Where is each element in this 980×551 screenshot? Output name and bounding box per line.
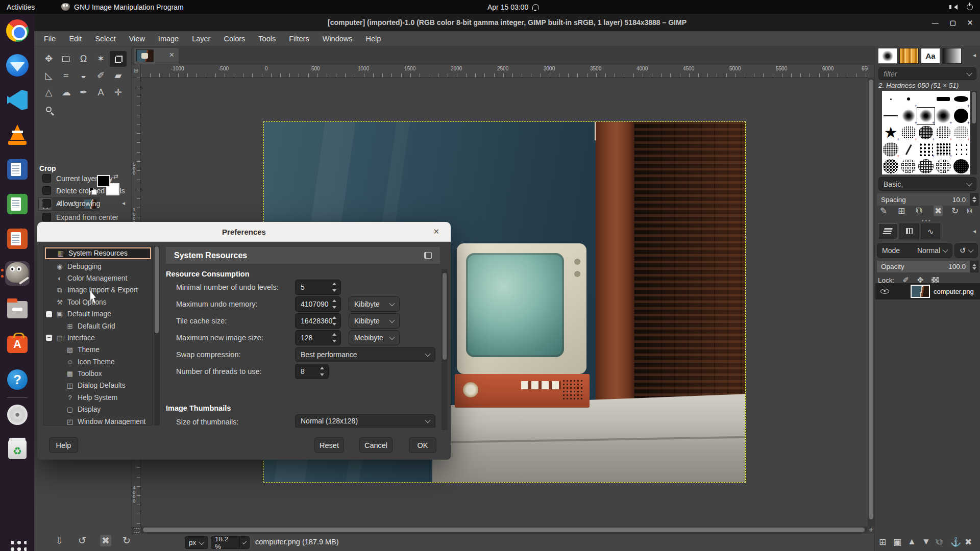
image-tab[interactable]: ✕ xyxy=(134,48,179,64)
rectangle-select-tool[interactable] xyxy=(58,51,75,67)
horizontal-ruler[interactable]: -1000 -500 0 500 1000 1500 2000 2500 300… xyxy=(141,64,868,78)
anchor-layer-icon[interactable]: ⚓ xyxy=(950,537,961,547)
brush-group-select[interactable]: Basic, xyxy=(878,177,976,191)
unit-select[interactable]: px xyxy=(185,536,208,549)
clock[interactable]: Apr 15 03:00 xyxy=(487,0,539,14)
brush-selected[interactable]: + xyxy=(917,108,935,124)
menu-filters[interactable]: Filters xyxy=(282,31,315,46)
delete-tool-preset-icon[interactable]: ✖ xyxy=(100,535,111,546)
fuzzy-select-tool[interactable]: ✶ xyxy=(92,51,109,67)
menu-tools[interactable]: Tools xyxy=(252,31,282,46)
pref-item-help-system[interactable]: ?Help System xyxy=(44,392,152,404)
menu-view[interactable]: View xyxy=(122,31,152,46)
delete-layer-icon[interactable]: ✖ xyxy=(965,537,972,547)
checkbox-allow-growing[interactable]: Allow growing xyxy=(42,199,100,208)
new-brush-icon[interactable]: ⊞ xyxy=(898,206,905,216)
menu-layer[interactable]: Layer xyxy=(185,31,217,46)
expander-icon[interactable]: − xyxy=(46,311,52,317)
save-tool-preset-icon[interactable]: ⇩ xyxy=(55,535,63,546)
menu-file[interactable]: File xyxy=(37,31,62,46)
spacing-slider[interactable]: Spacing 10.0 xyxy=(877,193,970,206)
panel-collapse-icon[interactable]: ◂ xyxy=(122,199,125,207)
foreground-color-swatch[interactable] xyxy=(97,175,110,187)
crop-tool-selected[interactable] xyxy=(110,51,127,67)
tab-brushes[interactable] xyxy=(878,48,897,64)
dock-disc[interactable] xyxy=(5,403,30,427)
preferences-sidebar-scrollbar[interactable] xyxy=(154,246,160,425)
close-button[interactable]: ✕ xyxy=(967,19,973,27)
duplicate-brush-icon[interactable]: ⧉ xyxy=(916,206,922,216)
pref-item-window-management[interactable]: ◰Window Management xyxy=(44,415,152,425)
brush-filter-input[interactable]: filter xyxy=(878,67,976,80)
layer-row-computer-png[interactable]: computer.png xyxy=(875,283,980,299)
pref-item-theme[interactable]: ▧Theme xyxy=(44,344,152,356)
dock-ubuntu-software[interactable]: A xyxy=(5,333,30,357)
refresh-brushes-icon[interactable]: ↻ xyxy=(951,206,959,216)
zoom-value[interactable]: 18.2 % xyxy=(211,536,239,549)
pref-item-icon-theme[interactable]: ☺Icon Theme xyxy=(44,356,152,368)
preferences-close-icon[interactable]: ✕ xyxy=(433,227,439,236)
raise-layer-icon[interactable]: ▲ xyxy=(908,537,916,547)
window-title-bar[interactable]: [computer] (imported)-1.0 (RGB color 8-b… xyxy=(34,14,980,31)
color-picker-tool[interactable]: ✛ xyxy=(110,85,127,101)
ink-tool[interactable]: ✒ xyxy=(75,85,92,101)
tab-paths[interactable]: ∿ xyxy=(921,223,940,239)
dock-thunderbird[interactable] xyxy=(5,53,30,78)
preferences-title-bar[interactable]: Preferences ✕ xyxy=(37,222,451,242)
navigation-button[interactable]: ✛ xyxy=(868,527,874,534)
swap-compression-select[interactable]: Best performance xyxy=(295,347,435,362)
layer-mode-switch[interactable]: ↺ xyxy=(954,243,978,258)
opacity-spin-buttons[interactable] xyxy=(970,261,978,272)
paintbrush-tool[interactable]: ✐ xyxy=(92,68,109,84)
tab-gradients[interactable] xyxy=(942,48,962,64)
thumbnail-size-select[interactable]: Normal (128x128) xyxy=(295,414,435,428)
dock-libreoffice-impress[interactable] xyxy=(5,227,30,251)
bucket-fill-tool[interactable]: ◒ xyxy=(75,68,92,84)
brush-grid[interactable]: + + + + + + ★+ + + + + + + + xyxy=(882,91,970,174)
new-image-size-spinner[interactable]: 128 xyxy=(295,330,341,345)
brushes-collapse-icon[interactable]: ◂ xyxy=(973,52,976,59)
new-layer-group-icon[interactable]: ▣ xyxy=(893,537,901,547)
menu-windows[interactable]: Windows xyxy=(316,31,359,46)
notebook-icon[interactable] xyxy=(424,252,432,259)
free-select-tool[interactable]: Ω xyxy=(75,51,92,67)
pref-item-toolbox[interactable]: ▦Toolbox xyxy=(44,368,152,380)
default-colors-icon[interactable] xyxy=(89,188,94,192)
ruler-corner[interactable]: ⊞ xyxy=(132,64,141,78)
undo-levels-spinner[interactable]: 5 xyxy=(295,280,341,295)
dock-resize-handle[interactable]: ••• xyxy=(922,218,932,223)
maximize-button[interactable]: ▢ xyxy=(950,19,956,27)
swap-colors-icon[interactable]: ⇄ xyxy=(113,173,118,180)
zoom-select-chevron[interactable] xyxy=(239,536,250,549)
volume-icon[interactable] xyxy=(951,0,958,14)
pref-item-dialog-defaults[interactable]: ◫Dialog Defaults xyxy=(44,380,152,391)
lower-layer-icon[interactable]: ▼ xyxy=(922,537,930,547)
help-button[interactable]: Help xyxy=(49,437,78,453)
undo-memory-unit-select[interactable]: Kibibyte xyxy=(349,296,400,312)
open-brush-as-image-icon[interactable]: ⧈ xyxy=(967,206,972,216)
pref-item-display[interactable]: ▢Display xyxy=(44,404,152,415)
dock-vlc[interactable] xyxy=(5,122,30,147)
menu-colors[interactable]: Colors xyxy=(217,31,252,46)
warp-tool[interactable]: ≈ xyxy=(58,68,75,84)
brush-grid-scrollbar[interactable] xyxy=(971,91,977,174)
layers-collapse-icon[interactable]: ◂ xyxy=(973,228,976,235)
tab-channels[interactable] xyxy=(899,223,919,239)
pref-item-color-management[interactable]: ◐Color Management xyxy=(44,272,152,284)
reset-tool-options-icon[interactable]: ↻ xyxy=(122,535,131,546)
pref-item-image-import-export[interactable]: ⧉Image Import & Export xyxy=(44,284,152,296)
dock-chrome[interactable] xyxy=(5,18,30,43)
image-tab-close-icon[interactable]: ✕ xyxy=(169,51,175,59)
edit-brush-icon[interactable]: ✎ xyxy=(880,206,887,216)
eraser-tool[interactable]: ▰ xyxy=(110,68,127,84)
restore-tool-preset-icon[interactable]: ↺ xyxy=(78,535,86,546)
dock-trash[interactable]: ♻ xyxy=(5,437,30,462)
text-tool[interactable]: A xyxy=(92,85,109,101)
focused-app-menu[interactable]: GNU Image Manipulation Program xyxy=(61,0,184,14)
new-image-unit-select[interactable]: Mebibyte xyxy=(349,330,400,345)
zoom-tool[interactable] xyxy=(40,102,57,117)
dock-gimp-active[interactable] xyxy=(5,261,30,286)
pref-item-interface[interactable]: − ▤Interface xyxy=(44,332,152,344)
dock-libreoffice-writer[interactable] xyxy=(5,157,30,182)
move-tool[interactable]: ✥ xyxy=(40,51,57,67)
